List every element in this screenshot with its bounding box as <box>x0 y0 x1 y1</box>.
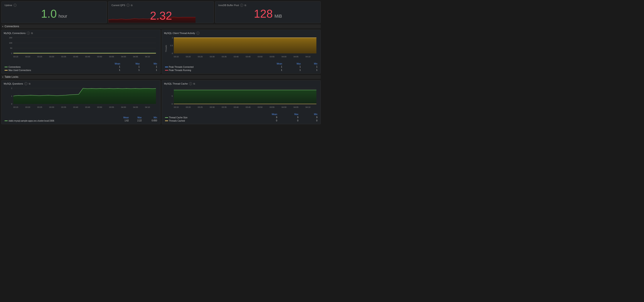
svg-text:03:25: 03:25 <box>198 106 203 108</box>
innodb-label: InnoDB Buffer Pool <box>218 4 239 7</box>
svg-text:04:00: 04:00 <box>282 106 286 108</box>
mysql-client-thread-title: MySQL Client Thread Activity i <box>164 32 318 35</box>
mysql-thread-cache-legend: Mean Max Min Thread Cache Size 9 9 9 Thr… <box>164 113 318 122</box>
uptime-title: Uptime i <box>4 4 104 7</box>
mean-header-tc: Mean <box>252 113 278 116</box>
mysql-connections-info-icon[interactable]: i <box>27 32 30 35</box>
qps-external-icon[interactable]: ⧉ <box>131 4 132 7</box>
svg-text:03:25: 03:25 <box>37 106 42 108</box>
table-row: Peak Threads Connected 1 1 1 <box>164 65 318 68</box>
svg-text:04:05: 04:05 <box>294 106 298 108</box>
svg-text:03:50: 03:50 <box>97 56 102 58</box>
table-row: Threads Cached 0 0 0 <box>164 119 318 122</box>
uptime-info-icon[interactable]: i <box>14 4 16 7</box>
svg-text:1: 1 <box>172 37 173 39</box>
svg-text:03:35: 03:35 <box>61 56 66 58</box>
thread-cache-size-color <box>165 117 168 118</box>
svg-text:03:35: 03:35 <box>222 56 227 58</box>
table-locks-label: Table Locks <box>4 75 18 79</box>
top-stats-row: Uptime i 1.0 hour Current QPS i ⧉ <box>1 1 321 23</box>
svg-text:03:50: 03:50 <box>97 106 102 108</box>
uptime-label: Uptime <box>4 4 12 7</box>
innodb-external-icon[interactable]: ⧉ <box>244 4 246 7</box>
qps-panel: Current QPS i ⧉ 2.32 <box>108 1 214 23</box>
peak-connected-color <box>165 67 168 67</box>
svg-text:03:45: 03:45 <box>246 56 250 58</box>
svg-text:04:05: 04:05 <box>133 106 138 108</box>
svg-text:04:05: 04:05 <box>133 56 138 58</box>
max-header-tc: Max <box>278 113 299 116</box>
svg-text:03:20: 03:20 <box>25 56 30 58</box>
svg-text:0: 0 <box>172 103 173 105</box>
mysql-client-thread-chart-area: Threads 1 0.5 0 03:15 03:20 03:25 03:30 … <box>164 36 318 62</box>
svg-text:03:30: 03:30 <box>210 56 215 58</box>
min-header-tc: Min <box>299 113 318 116</box>
mysql-questions-legend: Mean Max Min static:mysql.sample-apps.sv… <box>4 116 158 122</box>
table-locks-section-header: ▾ Table Locks <box>1 75 321 79</box>
svg-text:03:55: 03:55 <box>270 56 274 58</box>
svg-text:03:45: 03:45 <box>85 106 90 108</box>
mysql-client-thread-info-icon[interactable]: i <box>196 32 200 35</box>
svg-text:0: 0 <box>11 52 12 55</box>
svg-text:04:00: 04:00 <box>282 56 286 58</box>
connections-color <box>4 67 8 67</box>
mysql-connections-label: MySQL Connections <box>4 32 26 35</box>
mean-header-q: Mean <box>114 116 130 119</box>
uptime-value-container: 1.0 hour <box>4 8 104 21</box>
mysql-connections-external-icon[interactable]: ⧉ <box>31 32 33 35</box>
mysql-thread-cache-title: MySQL Thread Cache i ⧉ <box>164 82 318 85</box>
mysql-connections-svg: 150 100 50 0 03:15 03:20 03:25 03:30 03:… <box>4 36 158 62</box>
svg-text:50: 50 <box>10 47 12 49</box>
svg-text:04:00: 04:00 <box>121 56 126 58</box>
svg-text:03:30: 03:30 <box>210 106 215 108</box>
svg-text:03:40: 03:40 <box>234 56 238 58</box>
svg-text:04:00: 04:00 <box>121 106 126 108</box>
table-row: Max Used Connections 1 1 1 <box>4 68 158 72</box>
qps-number: 2.32 <box>150 10 172 21</box>
uptime-unit: hour <box>58 14 67 19</box>
min-header-q: Min <box>142 116 158 119</box>
mysql-questions-label: MySQL Questions <box>4 82 23 85</box>
max-used-color <box>4 70 8 71</box>
table-locks-charts-row: MySQL Questions i ⧉ 2 1 0 03:15 03:20 <box>1 80 321 124</box>
mysql-connections-chart-area: 150 100 50 0 03:15 03:20 03:25 03:30 03:… <box>4 36 158 62</box>
svg-marker-42 <box>174 38 316 53</box>
min-header-thread: Min <box>302 62 318 65</box>
svg-text:03:20: 03:20 <box>186 56 191 58</box>
table-row: static:mysql.sample-apps.svc.cluster.loc… <box>4 119 158 122</box>
mysql-connections-title: MySQL Connections i ⧉ <box>4 32 158 35</box>
svg-marker-62 <box>13 88 156 104</box>
svg-text:1: 1 <box>11 95 12 97</box>
mysql-client-thread-legend: Mean Max Min Peak Threads Connected 1 1 … <box>164 62 318 72</box>
qps-title: Current QPS i ⧉ <box>112 4 210 7</box>
svg-text:03:20: 03:20 <box>25 106 30 108</box>
mysql-thread-cache-info-icon[interactable]: i <box>189 82 192 85</box>
dashboard: Uptime i 1.0 hour Current QPS i ⧉ <box>0 0 322 151</box>
mysql-questions-title: MySQL Questions i ⧉ <box>4 82 158 85</box>
connections-section-header: ▾ Connections <box>1 25 321 28</box>
innodb-title: InnoDB Buffer Pool i ⧉ <box>218 4 318 7</box>
mysql-questions-info-icon[interactable]: i <box>24 82 28 85</box>
mysql-client-thread-panel: MySQL Client Thread Activity i Threads 1… <box>162 30 321 74</box>
mysql-thread-cache-panel: MySQL Thread Cache i ⧉ 5 0 03:15 03:20 0… <box>162 80 321 124</box>
mysql-questions-external-icon[interactable]: ⧉ <box>29 82 30 85</box>
svg-text:03:15: 03:15 <box>174 106 179 108</box>
svg-text:03:50: 03:50 <box>258 106 262 108</box>
svg-text:03:30: 03:30 <box>49 56 54 58</box>
table-locks-chevron[interactable]: ▾ <box>2 76 3 78</box>
mysql-questions-panel: MySQL Questions i ⧉ 2 1 0 03:15 03:20 <box>1 80 160 124</box>
svg-text:0: 0 <box>172 52 173 55</box>
innodb-value-container: 128 MiB <box>218 8 318 21</box>
table-row: Peak Threads Running 1 1 1 <box>164 68 318 72</box>
max-header-q: Max <box>130 116 142 119</box>
connections-chevron[interactable]: ▾ <box>2 25 3 28</box>
svg-text:03:15: 03:15 <box>174 56 179 58</box>
innodb-unit: MiB <box>274 14 282 19</box>
svg-text:150: 150 <box>9 37 12 39</box>
mysql-thread-cache-external-icon[interactable]: ⧉ <box>193 82 195 85</box>
svg-text:04:10: 04:10 <box>306 106 310 108</box>
max-header-thread: Max <box>283 62 302 65</box>
qps-info-icon[interactable]: i <box>126 4 130 7</box>
innodb-info-icon[interactable]: i <box>240 4 243 7</box>
svg-marker-80 <box>174 90 316 104</box>
